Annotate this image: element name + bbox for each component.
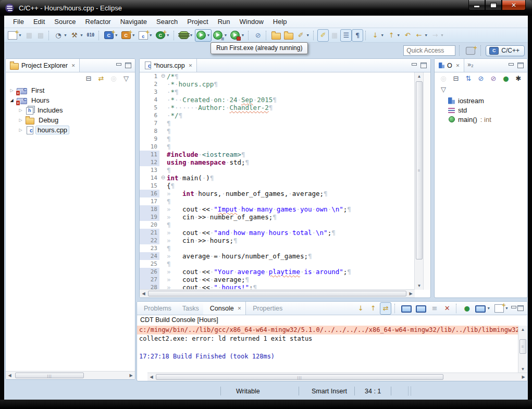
new-cpp-project-button[interactable]: C+▼ — [120, 29, 137, 42]
collapse-all-button[interactable]: ⊟ — [83, 72, 94, 85]
build-active-dropdown-icon[interactable]: ▼ — [80, 33, 83, 37]
collapse-arrow-icon[interactable]: ◢ — [9, 98, 15, 103]
clear-console-button[interactable]: ✕ — [441, 302, 453, 315]
show-console-when-output-changes-button[interactable]: ⇄ — [380, 302, 391, 315]
search-dropdown-icon[interactable]: ▼ — [306, 33, 310, 37]
forward-button[interactable]: →▼ — [429, 29, 446, 42]
editor-line-4[interactable]: 4·*··Created·on:·24·Sep·2015¶ — [140, 96, 415, 104]
console-vertical-scrollbar[interactable]: ▲▼ ≡ — [518, 326, 527, 373]
more-views-indicator[interactable]: »₂ — [464, 59, 476, 72]
editor-horizontal-scrollbar[interactable]: ◀▶ — [140, 289, 415, 298]
last-edit-location-button[interactable]: ↶ — [402, 29, 413, 42]
open-resource-button[interactable] — [282, 29, 295, 42]
outline-item-iostream[interactable]: iostream — [435, 96, 527, 105]
external-tools-dropdown-icon[interactable]: ▼ — [241, 33, 244, 37]
editor-line-2[interactable]: 2·*·hours.cpp¶ — [140, 80, 415, 88]
maximize-view-icon[interactable] — [517, 305, 524, 311]
menu-file[interactable]: File — [8, 16, 29, 27]
title-bar[interactable]: C/C++ - Hours/hours.cpp - Eclipse ✕ — [0, 0, 532, 16]
outline-item-main[interactable]: main() : int — [435, 115, 527, 124]
editor-line-19[interactable]: 19»cin·>>·number_of_games;¶ — [140, 213, 415, 221]
tab-console[interactable]: Console✕ — [203, 302, 246, 315]
next-annotation-button[interactable]: ↓▼ — [369, 29, 386, 42]
view-menu-button[interactable]: ▽ — [438, 83, 449, 95]
hide-inactive-code-button[interactable]: ✱ — [513, 72, 524, 85]
run-history-dropdown-icon[interactable]: ▼ — [224, 33, 227, 37]
debug-button[interactable]: ▼ — [178, 29, 195, 42]
tree-item-hours-cpp[interactable]: ▷hours.cpp — [6, 125, 135, 135]
tab-tasks[interactable]: Tasks — [176, 302, 203, 315]
editor-line-21[interactable]: 21»cout·<<·"and·how·many·hours·total·\n"… — [140, 229, 415, 237]
maximize-view-icon[interactable] — [125, 63, 131, 68]
forward-dropdown-icon[interactable]: ▼ — [440, 33, 444, 37]
open-console-button[interactable]: +▼ — [493, 302, 510, 315]
hide-non-public-members-button[interactable]: ● — [500, 72, 512, 85]
tab-problems[interactable]: Problems — [137, 302, 176, 315]
build-active-button[interactable]: ⚒▼ — [69, 29, 85, 42]
sort-button[interactable]: ⇅ — [463, 72, 474, 85]
editor-line-23[interactable]: 23¶ — [140, 244, 415, 252]
pin-console-button[interactable]: ● — [461, 302, 473, 315]
skip-all-breakpoints-button[interactable]: ⊘ — [252, 29, 264, 42]
back-button[interactable]: ←▼ — [413, 29, 429, 42]
run-history-button[interactable]: ▼ — [212, 29, 229, 42]
code-editor-area[interactable]: 1⊖/*¶2·*·hours.cpp¶3·*¶4·*··Created·on:·… — [140, 72, 415, 290]
perspective-c-cpp-button[interactable]: C C/C++ — [486, 45, 525, 56]
editor-line-9[interactable]: 9¶ — [140, 135, 415, 143]
editor-line-27[interactable]: 27»cout·<<·average;¶ — [140, 276, 415, 283]
collapse-all-button[interactable]: ⊟ — [450, 72, 462, 85]
debug-dropdown-icon[interactable]: ▼ — [190, 33, 193, 37]
scroll-lock-button[interactable] — [414, 302, 428, 315]
editor-line-17[interactable]: 17¶ — [140, 197, 415, 205]
display-selected-console-dropdown-icon[interactable]: ▼ — [487, 306, 490, 310]
editor-line-22[interactable]: 22»cin·>>·hours;¶ — [140, 237, 415, 244]
expand-arrow-icon[interactable]: ▷ — [18, 128, 23, 132]
new-c-project-button[interactable]: C+▼ — [103, 29, 120, 42]
new-c-file-button[interactable]: c+▼ — [137, 29, 154, 42]
minimize-view-icon[interactable] — [116, 63, 121, 68]
maximize-button[interactable] — [485, 0, 502, 10]
show-whitespace-button[interactable]: ¶ — [352, 29, 363, 42]
minimize-view-icon[interactable] — [412, 63, 417, 68]
save-all-button[interactable]: ▩ — [35, 29, 46, 42]
search-button[interactable]: ✐▼ — [295, 29, 311, 42]
show-source-of-selected-element-button[interactable]: ☰ — [340, 29, 352, 42]
quick-access-input[interactable] — [403, 45, 455, 56]
previous-annotation-dropdown-icon[interactable]: ▼ — [397, 33, 400, 37]
editor-line-13[interactable]: 13¶ — [140, 166, 415, 174]
tree-item-first[interactable]: ▷First — [6, 85, 135, 95]
external-tools-button[interactable]: ▼ — [229, 29, 246, 42]
expand-arrow-icon[interactable]: ▷ — [18, 108, 23, 113]
mark-occurrences-button[interactable]: ✐ — [317, 29, 329, 42]
new-class-button[interactable]: C+▼ — [154, 29, 171, 42]
hide-fields-button[interactable]: ⊘ — [475, 72, 487, 85]
menu-source[interactable]: Source — [50, 16, 80, 27]
editor-line-15[interactable]: 15{¶ — [140, 182, 415, 190]
close-tab-icon[interactable]: ✕ — [189, 63, 193, 68]
focus-on-task-button[interactable]: ◎ — [108, 72, 119, 85]
expand-arrow-icon[interactable]: ▷ — [9, 88, 15, 93]
next-annotation-dropdown-icon[interactable]: ▼ — [380, 33, 384, 37]
maximize-view-icon[interactable] — [517, 63, 524, 68]
minimize-view-icon[interactable] — [509, 63, 514, 68]
maximize-view-icon[interactable] — [420, 63, 427, 68]
close-button[interactable]: ✕ — [502, 0, 526, 10]
open-binary-button[interactable]: 010 — [85, 29, 96, 42]
outline-item-std[interactable]: std — [435, 105, 527, 115]
close-tab-icon[interactable]: ✕ — [238, 306, 242, 311]
new-button[interactable]: +▼ — [6, 29, 23, 42]
console-output[interactable]: c:/mingw/bin/../lib/gcc/x86_64-w64-mingw… — [137, 326, 518, 373]
fold-collapse-icon[interactable]: ⊖ — [159, 72, 167, 80]
status-grip[interactable] — [408, 387, 411, 395]
tree-item-hours[interactable]: ◢Hours — [6, 95, 135, 105]
horizontal-scrollbar[interactable]: ◀▶ ||| — [6, 371, 135, 379]
menu-project[interactable]: Project — [182, 16, 213, 27]
overview-ruler[interactable] — [423, 72, 430, 290]
editor-line-1[interactable]: 1⊖/*¶ — [140, 72, 415, 80]
tree-item-includes[interactable]: ▷Includes — [6, 105, 135, 115]
editor-line-11[interactable]: 11#include·<iostream>¶ — [140, 151, 415, 158]
display-selected-console-button[interactable]: ▼ — [474, 302, 492, 315]
tab-outline[interactable]: O ✕ — [435, 59, 464, 72]
link-with-editor-button[interactable]: ⇄ — [95, 72, 107, 85]
menu-navigate[interactable]: Navigate — [116, 16, 152, 27]
